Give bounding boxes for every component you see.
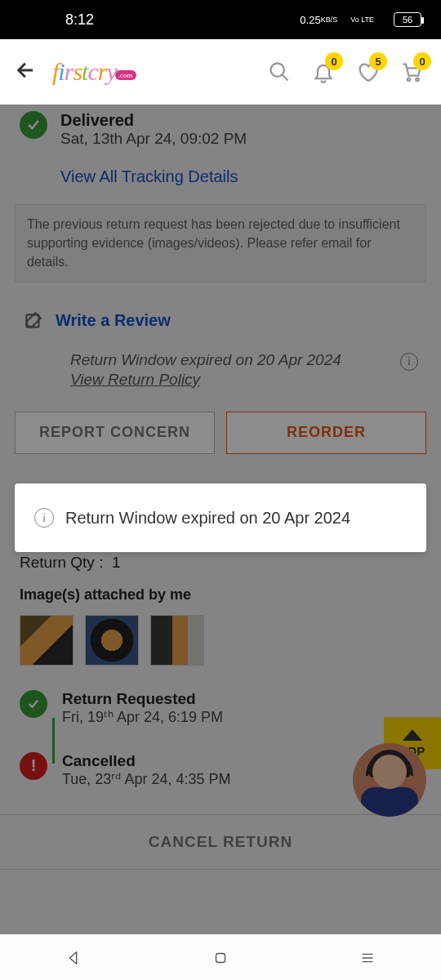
nav-back-icon[interactable] bbox=[65, 949, 82, 967]
delivered-check-icon bbox=[20, 111, 47, 139]
attached-image-thumb[interactable] bbox=[85, 615, 139, 666]
timeline-check-icon bbox=[20, 690, 47, 718]
firstcry-logo[interactable]: firstcry.com bbox=[52, 58, 136, 86]
view-tracking-link[interactable]: View All Tracking Details bbox=[0, 151, 441, 204]
up-arrow-icon bbox=[403, 729, 422, 741]
svg-point-9 bbox=[271, 64, 284, 77]
return-qty-value: 1 bbox=[112, 554, 121, 571]
system-nav-bar bbox=[0, 934, 441, 980]
info-icon: i bbox=[34, 508, 54, 528]
return-window-text: Return Window expired on 20 Apr 2024 bbox=[70, 351, 418, 369]
attached-image-thumb[interactable] bbox=[20, 615, 74, 666]
return-requested-label: Return Requested bbox=[62, 690, 223, 708]
svg-point-11 bbox=[416, 78, 419, 82]
timeline-error-icon: ! bbox=[20, 752, 47, 780]
cancel-return-button[interactable]: CANCEL RETURN bbox=[0, 814, 441, 870]
return-requested-date: Fri, 19ᵗʰ Apr 24, 6:19 PM bbox=[62, 708, 223, 726]
nav-recent-icon[interactable] bbox=[359, 949, 376, 967]
battery-icon: 56 bbox=[394, 12, 421, 27]
reorder-button[interactable]: REORDER bbox=[226, 412, 426, 454]
net-speed: 0.25KB/S bbox=[300, 15, 337, 25]
report-concern-button[interactable]: REPORT CONCERN bbox=[15, 412, 215, 454]
images-attached-label: Image(s) attached by me bbox=[0, 575, 441, 608]
wishlist-button[interactable]: 5 bbox=[353, 57, 382, 87]
status-time: 8:12 bbox=[65, 11, 94, 29]
back-button[interactable] bbox=[15, 59, 38, 85]
svg-point-10 bbox=[408, 78, 411, 82]
write-review-link[interactable]: Write a Review bbox=[56, 311, 171, 330]
notif-badge: 0 bbox=[325, 52, 343, 70]
cart-button[interactable]: 0 bbox=[397, 57, 426, 87]
status-bar: 8:12 0.25KB/S Vo LTE 56 bbox=[0, 0, 441, 39]
info-icon[interactable]: i bbox=[400, 353, 418, 371]
delivered-date: Sat, 13th Apr 24, 09:02 PM bbox=[60, 130, 247, 148]
toast-popup: i Return Window expired on 20 Apr 2024 bbox=[15, 483, 426, 552]
toast-text: Return Window expired on 20 Apr 2024 bbox=[65, 509, 350, 528]
nav-home-icon[interactable] bbox=[212, 949, 229, 967]
cancelled-date: Tue, 23ʳᵈ Apr 24, 4:35 PM bbox=[62, 770, 230, 788]
delivered-label: Delivered bbox=[60, 111, 247, 130]
volte-icon: Vo LTE bbox=[350, 16, 374, 24]
search-button[interactable] bbox=[265, 57, 294, 87]
write-review-icon bbox=[23, 310, 44, 332]
rejection-notice: The previous return request has been rej… bbox=[15, 204, 426, 283]
return-policy-link[interactable]: View Return Policy bbox=[70, 371, 200, 389]
cart-badge: 0 bbox=[413, 52, 431, 70]
wish-badge: 5 bbox=[369, 52, 387, 70]
notifications-button[interactable]: 0 bbox=[309, 57, 338, 87]
support-chat-button[interactable] bbox=[353, 743, 426, 817]
attached-image-thumb[interactable] bbox=[150, 615, 204, 666]
app-header: firstcry.com 0 5 0 bbox=[0, 39, 441, 105]
svg-rect-13 bbox=[216, 953, 225, 962]
cancelled-label: Cancelled bbox=[62, 752, 230, 770]
return-qty-label: Return Qty : bbox=[20, 554, 103, 571]
